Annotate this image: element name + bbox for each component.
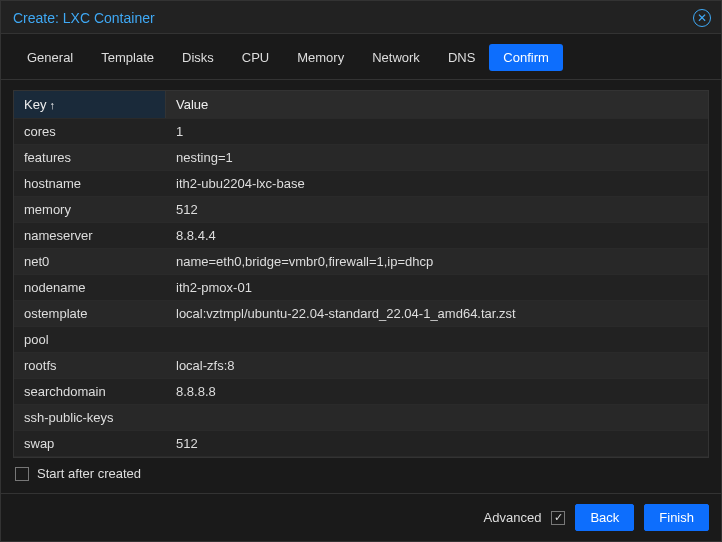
- row-key: swap: [14, 431, 166, 456]
- column-key[interactable]: Key↑: [14, 91, 166, 118]
- table-row[interactable]: featuresnesting=1: [14, 144, 708, 170]
- table-row[interactable]: cores1: [14, 118, 708, 144]
- row-value: local-zfs:8: [166, 353, 708, 378]
- footer: Advanced ✓ Back Finish: [1, 493, 721, 541]
- row-value: ith2-pmox-01: [166, 275, 708, 300]
- title-bar: Create: LXC Container ✕: [1, 1, 721, 34]
- row-value: 1: [166, 119, 708, 144]
- table-row[interactable]: nodenameith2-pmox-01: [14, 274, 708, 300]
- table-row[interactable]: pool: [14, 326, 708, 352]
- tab-general[interactable]: General: [13, 44, 87, 71]
- tab-disks[interactable]: Disks: [168, 44, 228, 71]
- row-key: nodename: [14, 275, 166, 300]
- row-value: 8.8.4.4: [166, 223, 708, 248]
- row-key: pool: [14, 327, 166, 352]
- table-row[interactable]: nameserver8.8.4.4: [14, 222, 708, 248]
- column-key-label: Key: [24, 97, 46, 112]
- table-row[interactable]: memory512: [14, 196, 708, 222]
- advanced-label: Advanced: [484, 510, 542, 525]
- table-body[interactable]: cores1 featuresnesting=1 hostnameith2-ub…: [14, 118, 708, 457]
- summary-table: Key↑ Value cores1 featuresnesting=1 host…: [13, 90, 709, 458]
- row-key: hostname: [14, 171, 166, 196]
- row-value: local:vztmpl/ubuntu-22.04-standard_22.04…: [166, 301, 708, 326]
- tab-dns[interactable]: DNS: [434, 44, 489, 71]
- tab-confirm[interactable]: Confirm: [489, 44, 563, 71]
- row-key: ssh-public-keys: [14, 405, 166, 430]
- finish-button[interactable]: Finish: [644, 504, 709, 531]
- start-after-checkbox[interactable]: [15, 467, 29, 481]
- row-key: features: [14, 145, 166, 170]
- row-value: 8.8.8.8: [166, 379, 708, 404]
- tab-cpu[interactable]: CPU: [228, 44, 283, 71]
- start-after-label: Start after created: [37, 466, 141, 481]
- table-row[interactable]: ssh-public-keys: [14, 404, 708, 430]
- table-row[interactable]: unprivileged1: [14, 456, 708, 457]
- row-key: net0: [14, 249, 166, 274]
- column-value[interactable]: Value: [166, 91, 708, 118]
- row-value: [166, 327, 708, 352]
- row-key: ostemplate: [14, 301, 166, 326]
- content: Key↑ Value cores1 featuresnesting=1 host…: [1, 80, 721, 493]
- row-value: 512: [166, 431, 708, 456]
- row-value: nesting=1: [166, 145, 708, 170]
- row-value: ith2-ubu2204-lxc-base: [166, 171, 708, 196]
- row-value: name=eth0,bridge=vmbr0,firewall=1,ip=dhc…: [166, 249, 708, 274]
- table-row[interactable]: swap512: [14, 430, 708, 456]
- tab-template[interactable]: Template: [87, 44, 168, 71]
- table-header: Key↑ Value: [14, 91, 708, 118]
- row-key: cores: [14, 119, 166, 144]
- row-key: nameserver: [14, 223, 166, 248]
- tabs: General Template Disks CPU Memory Networ…: [1, 34, 721, 80]
- table-row[interactable]: net0name=eth0,bridge=vmbr0,firewall=1,ip…: [14, 248, 708, 274]
- table-row[interactable]: searchdomain8.8.8.8: [14, 378, 708, 404]
- table-row[interactable]: rootfslocal-zfs:8: [14, 352, 708, 378]
- row-key: memory: [14, 197, 166, 222]
- row-key: rootfs: [14, 353, 166, 378]
- back-button[interactable]: Back: [575, 504, 634, 531]
- start-after-row: Start after created: [13, 458, 709, 483]
- row-value: 512: [166, 197, 708, 222]
- dialog-title: Create: LXC Container: [13, 10, 155, 26]
- sort-asc-icon: ↑: [49, 99, 55, 111]
- advanced-checkbox[interactable]: ✓: [551, 511, 565, 525]
- row-value: [166, 405, 708, 430]
- close-icon[interactable]: ✕: [693, 9, 711, 27]
- tab-network[interactable]: Network: [358, 44, 434, 71]
- create-lxc-dialog: Create: LXC Container ✕ General Template…: [0, 0, 722, 542]
- table-row[interactable]: ostemplatelocal:vztmpl/ubuntu-22.04-stan…: [14, 300, 708, 326]
- row-key: searchdomain: [14, 379, 166, 404]
- tab-memory[interactable]: Memory: [283, 44, 358, 71]
- table-row[interactable]: hostnameith2-ubu2204-lxc-base: [14, 170, 708, 196]
